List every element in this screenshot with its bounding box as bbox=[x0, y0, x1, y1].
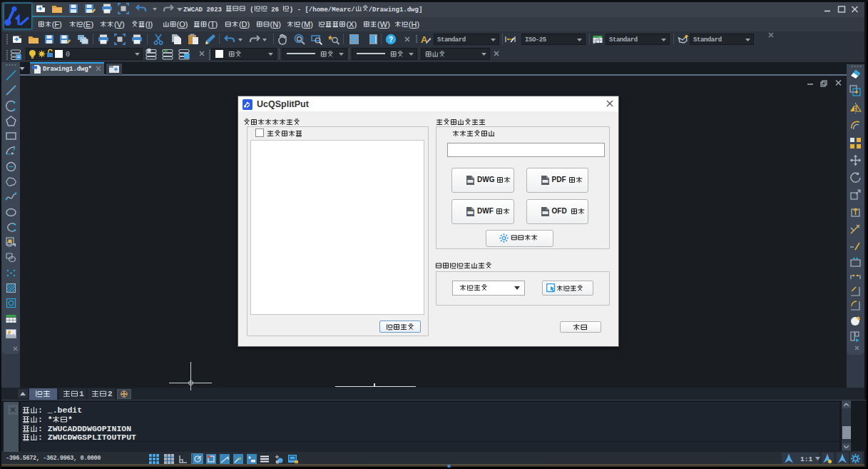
svg-text:A: A bbox=[421, 34, 428, 45]
svg-text:?: ? bbox=[389, 36, 393, 44]
